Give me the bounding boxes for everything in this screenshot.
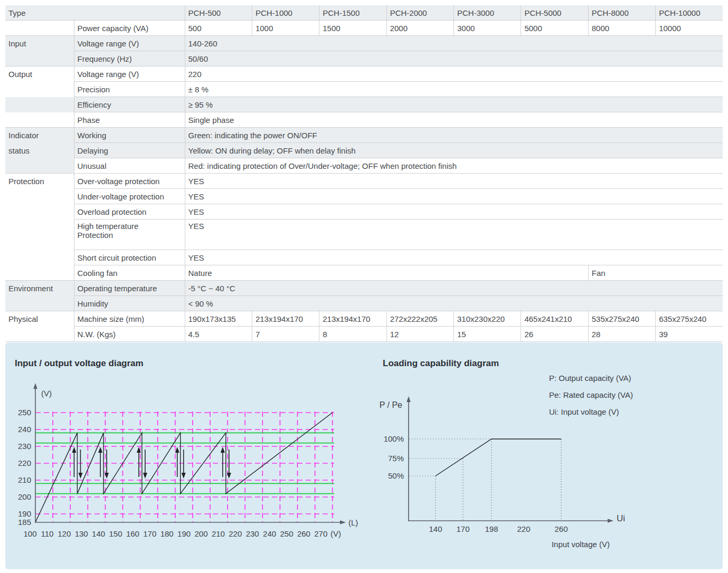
y-tick-label: 185 — [18, 518, 31, 527]
row-value: < 90 % — [185, 296, 723, 311]
row-value: -5 °C ~ 40 °C — [185, 281, 723, 296]
table-row: PhysicalMachine size (mm)190x173x135213x… — [5, 311, 723, 327]
row-value: Single phase — [185, 112, 723, 128]
model-header: PCH-1000 — [252, 5, 319, 21]
row-value: 1000 — [252, 21, 319, 36]
section-label — [5, 250, 74, 265]
row-label: Over-voltage protection — [74, 174, 185, 189]
diagrams-panel: Input / output voltage diagram Loading c… — [5, 342, 723, 569]
model-header: PCH-5000 — [521, 5, 588, 21]
section-label: Protection — [5, 174, 74, 189]
table-row: High temperature ProtectionYES — [5, 219, 723, 250]
row-label: Humidity — [74, 296, 185, 311]
model-header: PCH-8000 — [588, 5, 655, 21]
section-label: status — [5, 143, 74, 158]
charts-svg: (V)(L)2502402302202102001901851001101201… — [5, 342, 723, 569]
section-label: Input — [5, 36, 74, 51]
type-header: Type — [5, 5, 185, 21]
row-value: 8000 — [588, 21, 655, 36]
x-tick-label: 170 — [456, 524, 469, 533]
x-tick-label: 230 — [246, 529, 259, 538]
model-header: PCH-1500 — [319, 5, 386, 21]
row-label: Under-voltage protection — [74, 189, 185, 204]
table-row: OutputVoltage range (V)220 — [5, 66, 723, 82]
x-tick-label: 120 — [58, 529, 71, 538]
model-header: PCH-2000 — [386, 5, 453, 21]
row-value: 3000 — [454, 21, 521, 36]
y-axis-arrowhead-icon — [406, 396, 411, 402]
section-label — [5, 189, 74, 204]
row-value: 213x194x170 — [319, 311, 386, 327]
y-tick-label: 100% — [384, 434, 404, 443]
section-label: Output — [5, 66, 74, 82]
row-value: 15 — [454, 327, 521, 342]
y-tick-label: 230 — [18, 442, 31, 451]
row-value: YES — [185, 204, 723, 219]
row-value: 10000 — [656, 21, 723, 36]
table-row: Precision± 8 % — [5, 82, 723, 97]
x-axis-end-label: (L) — [348, 518, 358, 527]
up-arrowhead-icon — [221, 447, 225, 453]
row-label: Working — [74, 128, 185, 143]
row-value: ≥ 95 % — [185, 97, 723, 112]
section-label — [5, 327, 74, 342]
row-label: Cooling fan — [74, 265, 185, 281]
section-label — [5, 265, 74, 281]
row-value: 28 — [588, 327, 655, 342]
y-tick-label: 240 — [18, 425, 31, 434]
x-tick-label: 260 — [554, 524, 568, 533]
x-tick-label: 198 — [485, 524, 498, 533]
x-tick-label: 160 — [126, 529, 139, 538]
cooling-fan-value: Fan — [588, 265, 723, 281]
table-row: Efficiency≥ 95 % — [5, 97, 723, 112]
y-tick-label: 75% — [388, 454, 404, 463]
table-row: Overload protectionYES — [5, 204, 723, 219]
section-label — [5, 51, 74, 66]
row-value: 39 — [656, 327, 723, 342]
x-tick-label: 130 — [75, 529, 88, 538]
x-tick-label: 150 — [109, 529, 122, 538]
table-row: Cooling fanNatureFan — [5, 265, 723, 281]
loading-capability-chart: 100%75%50%140170198220260 — [384, 396, 613, 533]
y-tick-label: 200 — [18, 492, 31, 501]
section-label — [5, 219, 74, 250]
row-label: Unusual — [74, 158, 185, 174]
row-value: ± 8 % — [185, 82, 723, 97]
section-label — [5, 82, 74, 97]
model-header: PCH-3000 — [454, 5, 521, 21]
row-value: 535x275x240 — [588, 311, 655, 327]
row-value: 190x173x135 — [185, 311, 252, 327]
row-value: YES — [185, 250, 723, 265]
row-value: 500 — [185, 21, 252, 36]
table-row: Under-voltage protectionYES — [5, 189, 723, 204]
x-tick-label: 170 — [143, 529, 156, 538]
row-value: 50/60 — [185, 51, 723, 66]
row-label: Overload protection — [74, 204, 185, 219]
cooling-nature-value: Nature — [185, 265, 588, 281]
header-row: TypePCH-500PCH-1000PCH-1500PCH-2000PCH-3… — [5, 5, 723, 21]
row-value: 26 — [521, 327, 588, 342]
y-axis-arrowhead-icon — [33, 383, 37, 389]
y-tick-label: 210 — [18, 475, 31, 484]
row-label: Voltage range (V) — [74, 36, 185, 51]
loading-capability-curve — [436, 439, 561, 476]
y-tick-label: 250 — [18, 408, 31, 417]
up-arrowhead-icon — [175, 447, 179, 453]
table-row: Frequency (Hz)50/60 — [5, 51, 723, 66]
down-arrowhead-icon — [143, 473, 147, 479]
row-value: 8 — [319, 327, 386, 342]
model-header: PCH-10000 — [656, 5, 723, 21]
x-tick-label: 220 — [229, 529, 242, 538]
row-value: 635x275x240 — [656, 311, 723, 327]
y-axis-unit-label: (V) — [41, 389, 52, 398]
row-value: 12 — [386, 327, 453, 342]
section-label: Indicator — [5, 128, 74, 143]
table-row: UnusualRed: indicating protection of Ove… — [5, 158, 723, 174]
x-tick-label: 250 — [280, 529, 293, 538]
section-label: Environment — [5, 281, 74, 296]
row-label: Precision — [74, 82, 185, 97]
row-label: Phase — [74, 112, 185, 128]
row-value: 272x222x205 — [386, 311, 453, 327]
row-label: High temperature Protection — [74, 219, 185, 250]
x-tick-label: 210 — [212, 529, 225, 538]
